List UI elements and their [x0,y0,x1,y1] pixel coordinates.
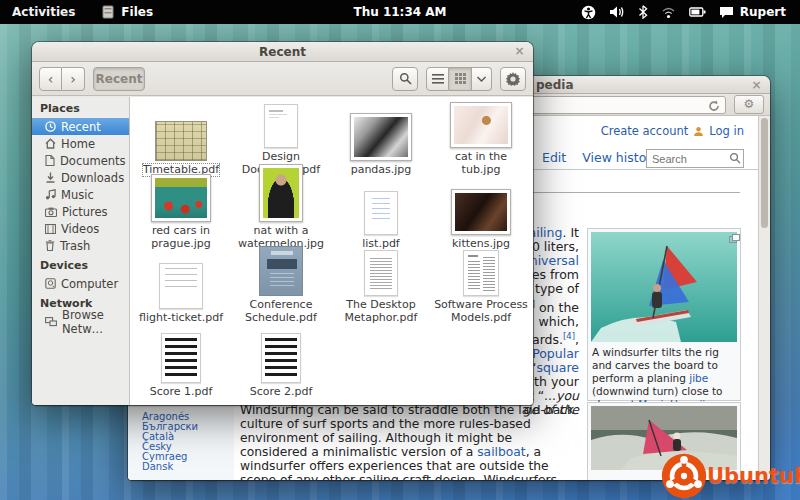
pdf-thumbnail [364,250,398,296]
pdf-thumbnail [264,104,298,148]
file-item[interactable]: Score 1.pdf [131,324,231,398]
photo-thumbnail [450,102,512,148]
list-view-icon [432,74,444,84]
sidebar-item-pictures[interactable]: Pictures [32,203,129,220]
user-icon [693,126,704,137]
browser-menu-button[interactable]: ⚙ [734,95,764,114]
windsurfer-maui-image[interactable] [591,232,737,342]
film-icon [45,224,56,234]
file-item[interactable]: cat in the tub.jpg [431,102,531,176]
camera-icon [45,207,57,217]
wiki-search-icon[interactable] [729,152,741,164]
reload-icon[interactable] [707,99,721,113]
browser-scrollbar[interactable] [758,116,770,480]
list-view-button[interactable] [426,67,449,91]
trash-icon [45,240,55,251]
sidebar-item-home[interactable]: Home [32,135,129,152]
create-account-link[interactable]: Create account [601,124,689,138]
files-window-title: Recent [259,45,306,59]
files-close-button[interactable]: × [511,44,528,60]
file-item[interactable]: Timetable.pdf [131,102,231,176]
battery-icon[interactable] [689,6,706,18]
file-item[interactable]: Software Process Models.pdf [431,250,531,324]
files-toolbar: ‹ › Recent [32,62,533,96]
wiki-thumbnail-windsurfer-maui[interactable]: A windsurfer tilts the rig and carves th… [587,228,741,401]
sidebar-header-devices: Devices [32,254,129,275]
expand-icon[interactable] [729,234,740,243]
sidebar-item-downloads[interactable]: Downloads [32,169,129,186]
music-note-icon [45,189,56,200]
files-sidebar: Places Recent Home Documents Downloads M… [32,97,130,405]
gear-menu-button[interactable] [500,67,526,91]
browser-close-button[interactable]: × [748,78,765,94]
document-icon [45,155,55,166]
sidebar-item-documents[interactable]: Documents [32,152,129,169]
search-icon [399,72,412,85]
chevron-down-icon [477,76,486,82]
app-menu[interactable]: Files [101,5,153,19]
harddisk-icon [45,278,56,289]
log-in-link[interactable]: Log in [709,124,744,138]
clock-icon [45,121,56,132]
forward-button[interactable]: › [62,67,85,91]
pdf-thumbnail [259,246,303,296]
file-item[interactable]: list.pdf [331,176,431,250]
ubuntukylin-logo: UbuntuKylin [658,452,800,500]
top-bar: Activities Files Thu 11:34 AM Rupert [0,0,800,24]
network-icon [45,317,57,327]
pdf-thumbnail [161,333,201,383]
pdf-thumbnail [364,191,398,235]
file-item[interactable]: red cars in prague.jpg [131,176,231,250]
sidebar-header-places: Places [32,97,129,118]
sidebar-item-computer[interactable]: Computer [32,275,129,292]
file-item[interactable]: The Desktop Metaphor.pdf [331,250,431,324]
file-item[interactable]: Conference Schedule.pdf [231,250,331,324]
volume-icon[interactable] [609,5,625,19]
file-item[interactable]: Score 2.pdf [231,324,331,398]
photo-thumbnail [259,164,303,222]
sidebar-item-videos[interactable]: Videos [32,220,129,237]
photo-thumbnail [350,113,412,161]
search-button[interactable] [392,67,418,91]
user-menu[interactable]: Rupert [719,5,786,19]
ubuntukylin-logo-icon [658,452,710,500]
sidebar-item-browse-network[interactable]: Browse Netw… [32,313,129,330]
browser-title: pedia [536,76,574,94]
file-item[interactable]: flight-ticket.pdf [131,250,231,324]
sidebar-item-trash[interactable]: Trash [32,237,129,254]
file-item[interactable]: kittens.jpg [431,176,531,250]
chat-bubble-icon [719,6,734,19]
back-button[interactable]: ‹ [39,67,62,91]
language-link[interactable]: Dansk [142,462,198,472]
wiki-image-caption: A windsurfer tilts the rig and carves th… [591,342,737,411]
breadcrumb-recent[interactable]: Recent [93,67,145,91]
ubuntukylin-logo-text: UbuntuKylin [707,464,800,488]
file-item[interactable]: nat with a watermelon.jpg [231,176,331,250]
language-links: Aragonés Български Català Česky Cymraeg … [142,412,198,472]
grid-view-icon [455,73,466,84]
photo-thumbnail [151,174,211,222]
scrollbar-thumb[interactable] [761,118,768,228]
pdf-thumbnail [463,250,499,296]
sidebar-item-recent[interactable]: Recent [32,118,129,135]
photo-thumbnail [451,189,511,235]
file-grid: Timetable.pdf Design Document.pdf pandas… [130,97,533,405]
home-icon [45,138,56,149]
bluetooth-icon[interactable] [638,5,648,19]
files-window: Recent × ‹ › Recent Places [32,42,533,405]
accessibility-icon[interactable] [581,5,596,20]
tab-edit[interactable]: Edit [542,150,566,165]
pdf-thumbnail [159,263,203,309]
download-icon [45,172,56,183]
grid-view-button[interactable] [449,67,472,91]
pdf-thumbnail [261,333,301,383]
sidebar-item-music[interactable]: Music [32,186,129,203]
files-titlebar[interactable]: Recent × [32,42,533,62]
files-app-icon [101,5,115,19]
view-options-dropdown[interactable] [472,67,492,91]
article-paragraph: Windsurfing can be said to straddle both… [240,403,582,480]
network-icon[interactable] [661,6,676,19]
activities-button[interactable]: Activities [12,5,75,19]
file-item[interactable]: pandas.jpg [331,102,431,176]
gear-icon [506,72,520,86]
